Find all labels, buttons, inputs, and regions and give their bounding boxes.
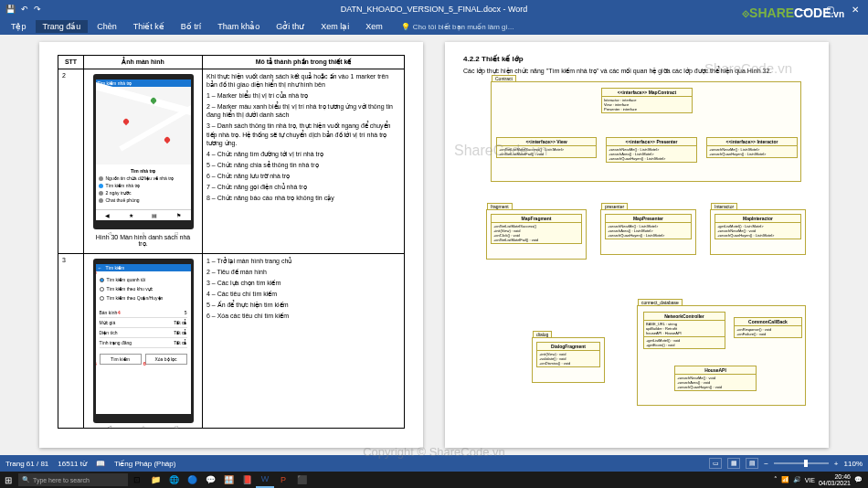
taskbar-powerpoint[interactable]: P [274, 472, 292, 488]
tray-volume-icon[interactable]: 🔊 [793, 476, 801, 483]
phone-mockup-2: ←Tìm kiếm 3 Tìm kiếm quanh tôi Tìm kiếm … [93, 259, 194, 423]
zoom-in-button[interactable]: + [834, 460, 839, 468]
taskbar-app[interactable]: 🔵 [183, 472, 201, 488]
taskbar-app[interactable]: ⬛ [292, 472, 311, 488]
phone-mockup-1: Tìm kiếm nhà trọ Tìm nhà trọ Nguồn tin [93, 74, 194, 229]
share-icon: ★ [129, 212, 133, 218]
section-heading: 4.2.2 Thiết kế lớp [463, 55, 810, 63]
save-icon[interactable]: 💾 [5, 5, 16, 14]
tab-review[interactable]: Xem lại [313, 20, 356, 33]
tab-references[interactable]: Tham khảo [210, 20, 267, 33]
tab-design[interactable]: Thiết kế [126, 20, 172, 33]
phone-map [96, 87, 191, 164]
tab-file[interactable]: Tệp [4, 20, 34, 33]
taskbar-search[interactable]: 🔍Type here to search [18, 473, 128, 486]
save-icon: ▤ [152, 212, 157, 218]
start-button[interactable]: ⊞ [0, 472, 16, 488]
zoom-slider[interactable] [774, 462, 829, 464]
taskbar-app[interactable]: 📕 [238, 472, 256, 488]
word-count[interactable]: 16511 từ [58, 460, 87, 468]
taskbar-app[interactable]: 🪟 [219, 472, 238, 488]
phone-action-bar: ◀ ★ ▤ ⚑ [96, 209, 191, 220]
lightbulb-icon: 💡 [401, 23, 410, 31]
phone-appbar: ←Tìm kiếm [96, 264, 191, 271]
marker-red-icon [122, 118, 129, 125]
print-layout-button[interactable]: ▦ [727, 458, 740, 469]
cell-description: Khi thực hiện vuốt danh sách kết quả hoặ… [203, 69, 405, 254]
window-title: DATN_KHOADO_VERSION_5_FINAL.docx - Word [341, 5, 528, 14]
report-icon: ⚑ [176, 212, 181, 218]
search-button: Tìm kiếm [100, 354, 142, 365]
tellme-search[interactable]: 💡Cho tôi biết bạn muốn làm gì... [401, 23, 514, 31]
qat: 💾 ↶ ↷ [0, 5, 41, 14]
tab-view[interactable]: Xem [358, 20, 390, 33]
zoom-out-button[interactable]: − [764, 460, 768, 468]
marker-red-icon [163, 136, 170, 143]
tab-insert[interactable]: Chèn [90, 20, 124, 33]
cell-description: 1 – Trở lại màn hình trang chủ 2 – Tiêu … [203, 254, 405, 429]
phone-result-card: Tìm nhà trọ Nguồn tin chứa dữ liệu về nh… [96, 164, 191, 207]
search-icon: 🔍 [22, 476, 30, 483]
cell-stt: 3 [58, 254, 84, 429]
cell-stt: 2 [58, 69, 84, 254]
sharecode-logo: ⟐SHARECODE.vn [742, 5, 844, 20]
tray-chevron-icon[interactable]: ˄ [774, 476, 778, 483]
zoom-level[interactable]: 110% [844, 460, 863, 468]
taskbar-app[interactable]: 📁 [146, 472, 164, 488]
design-table: STT Ảnh màn hình Mô tả thành phần trong … [58, 55, 405, 429]
table-row: 2 Tìm kiếm nhà trọ [58, 69, 405, 254]
cell-screenshot: ←Tìm kiếm 3 Tìm kiếm quanh tôi Tìm kiếm … [84, 254, 203, 429]
status-bar: Trang 61 / 81 16511 từ 📖 Tiếng Pháp (Phá… [0, 455, 868, 472]
close-button[interactable]: ✕ [842, 5, 868, 15]
taskbar-app[interactable]: 💬 [201, 472, 219, 488]
clear-button: Xóa bộ lọc [145, 354, 187, 365]
notifications-button[interactable]: 💬 [854, 476, 863, 483]
redo-icon[interactable]: ↷ [34, 5, 41, 14]
tab-mailings[interactable]: Gởi thư [269, 20, 312, 33]
page-left: STT Ảnh màn hình Mô tả thành phần trong … [39, 42, 423, 448]
col-desc: Mô tả thành phần trong thiết kế [203, 56, 405, 69]
col-img: Ảnh màn hình [84, 56, 203, 69]
undo-icon[interactable]: ↶ [21, 5, 28, 14]
ribbon-tabs: Tệp Trang đầu Chèn Thiết kế Bố trí Tham … [0, 18, 868, 35]
tab-home[interactable]: Trang đầu [36, 20, 89, 33]
route-icon: ◀ [105, 212, 110, 218]
document-workspace: STT Ảnh màn hình Mô tả thành phần trong … [0, 35, 868, 455]
spellcheck-icon[interactable]: 📖 [96, 460, 105, 468]
tray-network-icon[interactable]: 📶 [781, 476, 789, 483]
titlebar: 💾 ↶ ↷ DATN_KHOADO_VERSION_5_FINAL.docx -… [0, 0, 868, 18]
read-mode-button[interactable]: ▭ [709, 458, 722, 469]
language-indicator[interactable]: Tiếng Pháp (Pháp) [114, 460, 175, 468]
table-row: 3 ←Tìm kiếm 3 Tìm kiếm quanh tôi Tìm kiế… [58, 254, 405, 429]
uml-diagram: Contract <<interface>> MapContract Inter… [463, 81, 810, 429]
page-indicator[interactable]: Trang 61 / 81 [5, 460, 48, 468]
taskbar-app[interactable]: 🌐 [164, 472, 183, 488]
tray-clock[interactable]: 20:46 04/03/2021 [819, 473, 851, 486]
task-view-button[interactable]: ⊡ [128, 472, 146, 488]
tab-layout[interactable]: Bố trí [174, 20, 209, 33]
page-right: ShareCode.vn ShareCode.vn 4.2.2 Thiết kế… [445, 42, 829, 448]
windows-taskbar: ⊞ 🔍Type here to search ⊡ 📁 🌐 🔵 💬 🪟 📕 W P… [0, 472, 868, 488]
taskbar-word[interactable]: W [256, 472, 274, 488]
cell-screenshot: Tìm kiếm nhà trọ Tìm nhà trọ Nguồn tin [84, 69, 203, 254]
tray-language[interactable]: VIE [805, 477, 815, 483]
web-layout-button[interactable]: ▤ [746, 458, 758, 469]
col-stt: STT [58, 56, 84, 69]
system-tray: ˄ 📶 🔊 VIE 20:46 04/03/2021 💬 [774, 473, 868, 486]
